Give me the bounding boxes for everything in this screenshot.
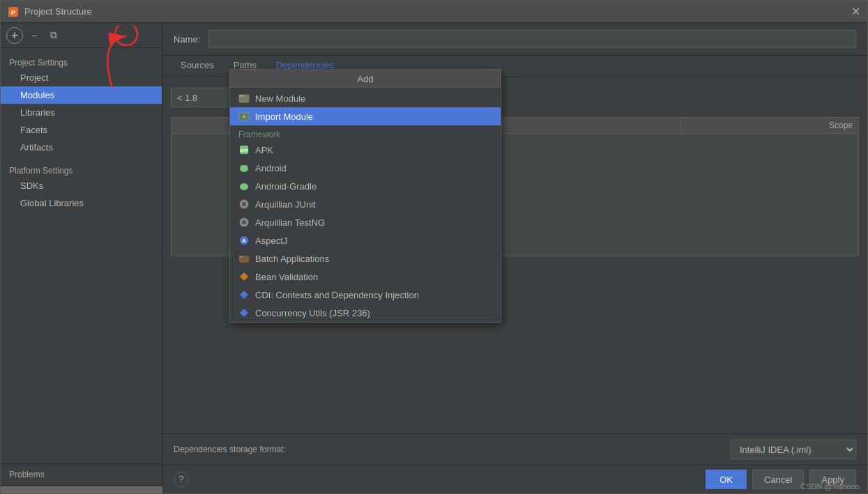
arquillian-junit-icon — [238, 199, 250, 210]
help-button[interactable]: ? — [174, 472, 189, 487]
name-input[interactable] — [208, 30, 856, 48]
sidebar: + − ⧉ Project Settings Project Modules — [1, 23, 162, 493]
close-button[interactable]: ✕ — [851, 6, 860, 17]
svg-rect-9 — [241, 167, 247, 170]
name-label: Name: — [174, 34, 200, 45]
sidebar-scrollbar[interactable] — [1, 485, 162, 493]
cdi-icon — [238, 289, 250, 300]
arquillian-testng-icon — [238, 217, 250, 228]
popup-item-arquillian-junit[interactable]: Arquillian JUnit — [230, 195, 501, 213]
svg-text:A: A — [242, 238, 246, 244]
svg-marker-23 — [240, 291, 248, 299]
svg-rect-21 — [239, 256, 243, 258]
remove-button[interactable]: − — [26, 27, 43, 44]
add-button[interactable]: + — [6, 27, 23, 44]
footer-label: Dependencies storage format: — [174, 445, 286, 454]
popup-item-apk[interactable]: APK APK — [230, 141, 501, 159]
popup-header: Add — [230, 70, 501, 89]
svg-rect-3 — [239, 95, 243, 97]
sidebar-item-modules[interactable]: Modules — [1, 86, 162, 104]
app-icon: P — [8, 6, 19, 17]
concurrency-icon — [238, 307, 250, 318]
svg-text:APK: APK — [240, 148, 249, 153]
sidebar-toolbar: + − ⧉ — [1, 23, 162, 48]
android-icon — [238, 162, 250, 173]
bottom-bar: ? OK Cancel Apply — [162, 465, 867, 493]
framework-title: Framework — [230, 125, 501, 141]
ok-button[interactable]: OK — [706, 470, 747, 489]
popup-item-import-module[interactable]: Import Module — [230, 107, 501, 125]
sidebar-item-libraries[interactable]: Libraries — [1, 104, 162, 121]
svg-rect-13 — [241, 185, 247, 188]
batch-applications-icon — [238, 253, 250, 264]
scroll-thumb — [1, 486, 168, 493]
title-bar-text: Project Structure — [24, 6, 851, 17]
sidebar-nav: Project Settings Project Modules Librari… — [1, 48, 162, 463]
project-settings-title: Project Settings — [1, 54, 162, 69]
cancel-button[interactable]: Cancel — [752, 470, 804, 489]
platform-settings-title: Platform Settings — [1, 162, 162, 177]
popup-item-android-gradle[interactable]: Android-Gradle — [230, 177, 501, 195]
popup-item-batch-applications[interactable]: Batch Applications — [230, 249, 501, 268]
svg-line-10 — [241, 165, 242, 167]
aspectj-icon: A — [238, 235, 250, 246]
popup-item-aspectj[interactable]: A AspectJ — [230, 231, 501, 249]
footer-bar: Dependencies storage format: IntelliJ ID… — [162, 433, 867, 465]
sidebar-item-facets[interactable]: Facets — [1, 121, 162, 139]
storage-dropdown[interactable]: IntelliJ IDEA (.iml)MavenGradle — [731, 440, 856, 459]
content-header: Name: — [162, 23, 867, 56]
svg-point-17 — [242, 220, 246, 224]
problems-item[interactable]: Problems — [1, 463, 162, 485]
apk-icon: APK — [238, 144, 250, 155]
popup-item-cdi[interactable]: CDI: Contexts and Dependency Injection — [230, 286, 501, 304]
table-col-scope: Scope — [681, 118, 858, 133]
new-module-icon — [238, 93, 250, 104]
title-bar: P Project Structure ✕ — [1, 1, 867, 23]
svg-point-15 — [242, 202, 246, 206]
storage-select-wrap: IntelliJ IDEA (.iml)MavenGradle — [731, 440, 856, 459]
import-module-icon — [238, 111, 250, 122]
copy-button[interactable]: ⧉ — [45, 27, 62, 44]
svg-line-11 — [246, 165, 247, 167]
sidebar-item-project[interactable]: Project — [1, 69, 162, 86]
sidebar-item-sdks[interactable]: SDKs — [1, 177, 162, 194]
sidebar-item-artifacts[interactable]: Artifacts — [1, 139, 162, 156]
sidebar-item-global-libraries[interactable]: Global Libraries — [1, 194, 162, 212]
watermark: CSDN @Yishooo. — [800, 482, 862, 491]
popup-item-arquillian-testng[interactable]: Arquillian TestNG — [230, 213, 501, 231]
svg-text:P: P — [11, 9, 15, 16]
bean-validation-icon — [238, 271, 250, 282]
svg-marker-24 — [240, 309, 248, 317]
svg-marker-22 — [240, 272, 248, 281]
popup-item-new-module[interactable]: New Module — [230, 89, 501, 107]
popup-item-android[interactable]: Android — [230, 159, 501, 177]
tab-sources[interactable]: Sources — [171, 56, 224, 76]
popup-item-bean-validation[interactable]: Bean Validation — [230, 268, 501, 286]
android-gradle-icon — [238, 180, 250, 192]
popup-item-concurrency[interactable]: Concurrency Utils (JSR 236) — [230, 304, 501, 322]
project-structure-dialog: P Project Structure ✕ + − ⧉ Project Sett… — [0, 0, 868, 494]
add-dropdown-popup: Add New Module Import Module Framework — [229, 69, 501, 323]
